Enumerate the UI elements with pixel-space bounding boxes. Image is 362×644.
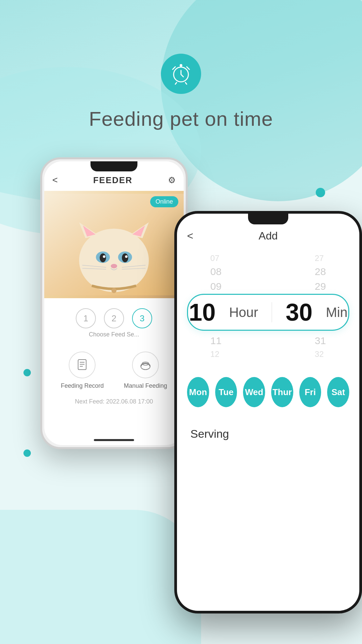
picker-above-right-1: 27 28 29 [315,252,326,294]
svg-point-13 [125,255,128,258]
header-section: Feeding pet on time [0,0,362,130]
next-feed-text: Next Feed: 2022.06.08 17:00 [44,393,184,411]
picker-rows-below: 11 12 31 32 [177,331,359,364]
phone1-title: FEEDER [93,175,132,185]
alarm-clock-icon [169,62,193,86]
phone1-screen: < FEEDER ⚙ [44,161,184,445]
time-picker-highlight[interactable]: 10 Hour 30 Min [187,294,349,331]
svg-point-19 [111,288,116,293]
day-fri[interactable]: Fri [299,377,321,407]
feeding-record-action[interactable]: Feeding Record [61,352,104,389]
phone2-screen: < Add 07 08 09 27 28 29 10 [177,214,359,611]
step-2[interactable]: 2 [104,308,124,328]
steps-row: 1 2 3 [44,298,184,331]
day-sat[interactable]: Sat [327,377,349,407]
day-tue[interactable]: Tue [215,377,237,407]
svg-point-14 [111,264,117,268]
phone2-title: Add [259,230,278,242]
svg-point-3 [79,229,149,292]
min-label: Min [326,305,347,320]
svg-point-12 [103,255,106,258]
picker-rows-above: 07 08 09 27 28 29 [177,249,359,294]
phone1-notch [90,161,137,171]
phone1-device: < FEEDER ⚙ [40,157,188,449]
headline-text: Feeding pet on time [0,107,362,130]
manual-feeding-icon [132,352,159,378]
phone2-back-button[interactable]: < [187,230,193,242]
phone1-back-button[interactable]: < [52,175,58,185]
serving-section: Serving [177,414,359,447]
day-wed[interactable]: Wed [243,377,265,407]
cat-image: Online [44,191,184,298]
feeding-record-icon [69,352,96,378]
svg-point-1 [180,64,182,67]
hour-label: Hour [229,305,258,320]
phone2-device: < Add 07 08 09 27 28 29 10 [174,211,362,613]
days-section: Mon Tue Wed Thur Fri Sat [177,364,359,414]
picker-below-right: 31 32 [315,333,326,360]
svg-point-11 [122,253,128,262]
selected-min: 30 [286,299,312,326]
online-badge: Online [150,196,178,207]
step-3[interactable]: 3 [132,308,152,328]
day-thur[interactable]: Thur [271,377,293,407]
day-mon[interactable]: Mon [187,377,209,407]
phone1-gear-icon[interactable]: ⚙ [168,175,176,185]
serving-label: Serving [190,427,229,440]
picker-below-left: 11 12 [210,333,222,360]
phone2-notch [248,214,288,224]
phone1-home-bar [94,439,134,441]
picker-above-left-1: 07 08 09 [210,252,222,294]
selected-hour: 10 [189,299,216,326]
time-separator [272,302,272,322]
manual-feeding-action[interactable]: Manual Feeding [124,352,167,389]
step-1[interactable]: 1 [76,308,96,328]
alarm-icon-circle [161,54,201,94]
actions-row: Feeding Record Manual Feeding [44,345,184,393]
svg-point-10 [100,253,106,262]
phones-section: < FEEDER ⚙ [0,151,362,603]
feeding-record-label: Feeding Record [61,382,104,389]
step-sublabel: Choose Feed Se... [44,331,184,345]
manual-feeding-label: Manual Feeding [124,382,167,389]
